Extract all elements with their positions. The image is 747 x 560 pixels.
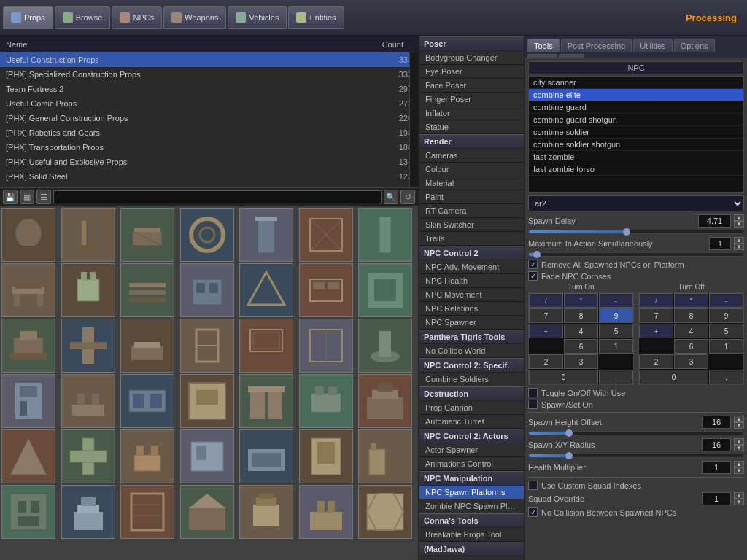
prop-item[interactable] [180, 374, 234, 428]
spawn-radius-slider[interactable] [528, 454, 744, 458]
prop-item[interactable] [1, 429, 55, 483]
numpad-off-dot[interactable]: . [709, 370, 743, 384]
prop-item[interactable] [239, 429, 293, 483]
numpad-on-4[interactable]: 4 [564, 324, 598, 338]
prop-item[interactable] [358, 429, 412, 483]
max-simultaneous-input[interactable] [709, 237, 731, 250]
tool-inflator[interactable]: Inflator [419, 106, 524, 120]
refresh-button[interactable]: ↺ [400, 190, 415, 204]
tool-laser[interactable]: Laser 2.0 [419, 556, 524, 560]
prop-item[interactable] [180, 263, 234, 317]
tool-combine-soldiers[interactable]: Combine Soldiers [419, 373, 524, 386]
tool-breakable-props[interactable]: Breakable Props Tool [419, 528, 524, 542]
prop-item[interactable] [120, 208, 174, 262]
tab-options[interactable]: Options [674, 39, 715, 52]
numpad-off-star[interactable]: * [674, 293, 708, 308]
numpad-on-dot[interactable]: . [599, 370, 633, 384]
numpad-off-1[interactable]: 1 [709, 339, 743, 354]
health-mult-up[interactable]: ▲ [734, 461, 744, 467]
spawn-radius-down[interactable]: ▼ [734, 445, 744, 451]
numpad-on-star[interactable]: * [564, 293, 598, 308]
prop-item[interactable] [299, 485, 353, 539]
tool-npc-spawner[interactable]: NPC Spawner [419, 316, 524, 330]
tool-npc-spawn-platforms[interactable]: NPC Spawn Platforms [419, 486, 524, 499]
numpad-off-5[interactable]: 5 [709, 324, 743, 338]
prop-item[interactable] [120, 263, 174, 317]
tab-utilities[interactable]: Utilities [633, 39, 672, 52]
tool-rt-camera[interactable]: RT Camera [419, 204, 524, 218]
tool-paint[interactable]: Paint [419, 190, 524, 204]
grid-view-button[interactable]: ▦ [20, 190, 34, 204]
spawn-height-input[interactable] [702, 416, 731, 429]
prop-item[interactable] [180, 319, 234, 373]
numpad-on-6[interactable]: 6 [564, 339, 598, 354]
prop-item[interactable] [61, 429, 115, 483]
tab-post-processing[interactable]: Post Processing [561, 39, 632, 52]
prop-item[interactable] [299, 319, 353, 373]
prop-item[interactable] [1, 485, 55, 539]
numpad-off-3[interactable]: 3 [674, 354, 708, 369]
health-mult-down[interactable]: ▼ [734, 467, 744, 474]
numpad-on-slash[interactable]: / [529, 293, 563, 308]
squad-override-up[interactable]: ▲ [734, 492, 744, 499]
prop-item[interactable] [61, 263, 115, 317]
tool-colour[interactable]: Colour [419, 163, 524, 176]
prop-item[interactable] [61, 485, 115, 539]
spawn-delay-down[interactable]: ▼ [734, 221, 744, 228]
tool-skin-switcher[interactable]: Skin Switcher [419, 218, 524, 232]
spawn-set-checkbox[interactable] [528, 400, 538, 409]
fade-corpses-checkbox[interactable]: ✓ [528, 271, 538, 281]
tool-automatic-turret[interactable]: Automatic Turret [419, 415, 524, 429]
prop-item[interactable] [61, 374, 115, 428]
tool-npc-adv-movement[interactable]: NPC Adv. Movement [419, 260, 524, 274]
spawn-delay-up[interactable]: ▲ [734, 214, 744, 221]
prop-item[interactable] [239, 374, 293, 428]
health-mult-input[interactable] [702, 461, 731, 474]
tool-npc-health[interactable]: NPC Health [419, 274, 524, 288]
numpad-on-plus[interactable]: + [529, 324, 563, 338]
prop-item[interactable] [61, 319, 115, 373]
max-simult-up[interactable]: ▲ [734, 237, 744, 244]
prop-item[interactable] [61, 208, 115, 262]
tool-face-poser[interactable]: Face Poser [419, 79, 524, 93]
numpad-off-7[interactable]: 7 [639, 308, 673, 323]
tool-material[interactable]: Material [419, 176, 524, 190]
prop-item[interactable] [239, 485, 293, 539]
weapon-select[interactable]: ar2 [528, 195, 744, 211]
tool-bodygroup-changer[interactable]: Bodygroup Changer [419, 51, 524, 65]
max-simult-slider[interactable] [528, 252, 744, 257]
no-collision-checkbox[interactable]: ✓ [528, 508, 538, 517]
prop-item[interactable] [358, 485, 412, 539]
prop-item[interactable] [239, 263, 293, 317]
numpad-on-minus[interactable]: - [599, 293, 633, 308]
numpad-on-0[interactable]: 0 [529, 370, 598, 384]
table-row[interactable]: [PHX] Robotics and Gears 198 [0, 125, 418, 140]
npc-item-combine-guard-shotgun[interactable]: combine guard shotgun [529, 114, 743, 126]
npc-item-combine-soldier-shotgun[interactable]: combine soldier shotgun [529, 139, 743, 151]
spawn-radius-input[interactable] [702, 438, 731, 451]
tab-vehicles[interactable]: Vehicles [228, 6, 287, 29]
numpad-on-3[interactable]: 3 [564, 354, 598, 369]
numpad-off-6[interactable]: 6 [674, 339, 708, 354]
prop-item[interactable] [120, 429, 174, 483]
prop-item[interactable] [120, 485, 174, 539]
numpad-on-1[interactable]: 1 [599, 339, 633, 354]
save-button[interactable]: 💾 [3, 190, 18, 204]
tab-tools[interactable]: Tools [527, 39, 560, 52]
prop-item[interactable] [239, 319, 293, 373]
numpad-on-8[interactable]: 8 [564, 308, 598, 323]
spawn-height-up[interactable]: ▲ [734, 416, 744, 422]
tool-cameras[interactable]: Cameras [419, 149, 524, 163]
spawn-height-slider[interactable] [528, 431, 744, 435]
table-row[interactable]: [PHX] Specialized Construction Props 333 [0, 67, 418, 82]
numpad-off-slash[interactable]: / [639, 293, 673, 308]
numpad-off-plus[interactable]: + [639, 324, 673, 338]
numpad-off-9[interactable]: 9 [709, 308, 743, 323]
remove-all-checkbox[interactable]: ✓ [528, 260, 538, 269]
npc-item-combine-guard[interactable]: combine guard [529, 101, 743, 114]
spawn-delay-input[interactable] [698, 214, 731, 228]
tool-statue[interactable]: Statue [419, 120, 524, 134]
tool-finger-poser[interactable]: Finger Poser [419, 93, 524, 106]
prop-item[interactable] [180, 485, 234, 539]
numpad-on-9[interactable]: 9 [599, 308, 633, 323]
